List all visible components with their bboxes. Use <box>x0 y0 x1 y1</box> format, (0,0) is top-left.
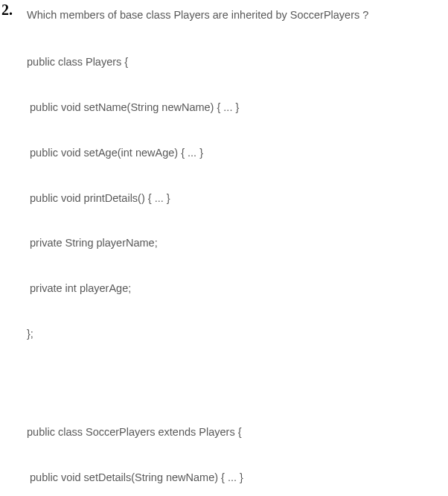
code-line: public class SoccerPlayers extends Playe… <box>27 425 441 439</box>
code-line: public void setDetails(String newName) {… <box>27 470 441 485</box>
code-block-soccerplayers: public class SoccerPlayers extends Playe… <box>27 394 441 496</box>
question-prompt: Which members of base class Players are … <box>27 7 441 22</box>
code-line: public void setName(String newName) { ..… <box>27 100 441 115</box>
code-line: private int playerAge; <box>27 281 441 296</box>
code-line: public void printDetails() { ... } <box>27 191 441 206</box>
code-line: }; <box>27 326 441 341</box>
code-block-players: public class Players { public void setNa… <box>27 24 441 372</box>
spacer <box>27 373 441 394</box>
question-number: 2. <box>1 1 13 19</box>
code-line: public void setAge(int newAge) { ... } <box>27 145 441 160</box>
code-line: private String playerName; <box>27 235 441 250</box>
content-area: Which members of base class Players are … <box>0 0 448 496</box>
code-line: public class Players { <box>27 54 441 69</box>
